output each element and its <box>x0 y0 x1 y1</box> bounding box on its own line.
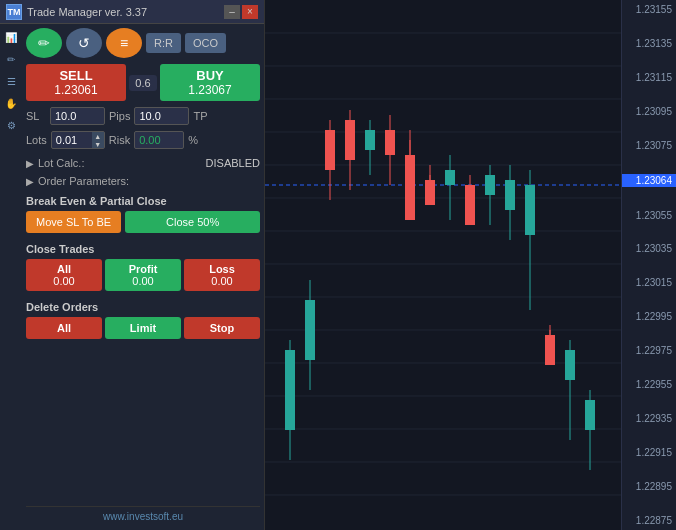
sell-button[interactable]: SELL 1.23061 <box>26 64 126 101</box>
toolbar: ✏ ↺ ≡ R:R OCO <box>26 28 260 58</box>
sltp-row: SL Pips TP <box>26 107 260 125</box>
sidebar-icons: 📊 ✏ ☰ ✋ ⚙ <box>0 24 22 138</box>
price-1.22915: 1.22915 <box>622 447 676 458</box>
price-1.22895: 1.22895 <box>622 481 676 492</box>
tp-input[interactable] <box>134 107 189 125</box>
svg-rect-39 <box>425 180 435 205</box>
sell-label: SELL <box>32 68 120 83</box>
close-50-button[interactable]: Close 50% <box>125 211 260 233</box>
tp-label: TP <box>193 110 213 122</box>
buy-price: 1.23067 <box>166 83 254 97</box>
close-all-value: 0.00 <box>53 275 74 287</box>
close-loss-button[interactable]: Loss 0.00 <box>184 259 260 291</box>
lots-input-wrap: ▲ ▼ <box>51 131 105 149</box>
refresh-button[interactable]: ↺ <box>66 28 102 58</box>
price-1.22935: 1.22935 <box>622 413 676 424</box>
svg-rect-45 <box>465 185 475 225</box>
sl-input[interactable] <box>50 107 105 125</box>
oco-button[interactable]: OCO <box>185 33 226 53</box>
price-1.22975: 1.22975 <box>622 345 676 356</box>
close-all-button[interactable]: All 0.00 <box>26 259 102 291</box>
svg-rect-57 <box>545 335 555 365</box>
sidebar-icon-chart[interactable]: 📊 <box>2 28 20 46</box>
svg-rect-51 <box>505 180 515 210</box>
svg-rect-42 <box>445 170 455 185</box>
lots-input[interactable] <box>52 132 92 148</box>
close-loss-value: 0.00 <box>211 275 232 287</box>
price-1.23135: 1.23135 <box>622 38 676 49</box>
lot-calc-arrow: ▶ <box>26 158 34 169</box>
pencil-button[interactable]: ✏ <box>26 28 62 58</box>
order-params-arrow: ▶ <box>26 176 34 187</box>
buy-label: BUY <box>166 68 254 83</box>
panel-footer: www.investsoft.eu <box>26 506 260 526</box>
lots-label: Lots <box>26 134 47 146</box>
sidebar-icon-menu[interactable]: ☰ <box>2 72 20 90</box>
sell-price: 1.23061 <box>32 83 120 97</box>
sidebar-icon-settings[interactable]: ⚙ <box>2 116 20 134</box>
close-profit-button[interactable]: Profit 0.00 <box>105 259 181 291</box>
price-1.23095: 1.23095 <box>622 106 676 117</box>
close-button[interactable]: × <box>242 5 258 19</box>
pct-label: % <box>188 134 198 146</box>
svg-rect-63 <box>585 400 595 430</box>
svg-rect-30 <box>365 130 375 150</box>
lots-row: Lots ▲ ▼ Risk % <box>26 131 260 149</box>
svg-rect-60 <box>565 350 575 380</box>
close-profit-label: Profit <box>129 263 158 275</box>
svg-rect-0 <box>265 0 676 530</box>
lots-down-button[interactable]: ▼ <box>92 140 104 148</box>
close-trades-row: All 0.00 Profit 0.00 Loss 0.00 <box>26 259 260 291</box>
price-1.22995: 1.22995 <box>622 311 676 322</box>
price-1.22955: 1.22955 <box>622 379 676 390</box>
svg-rect-54 <box>525 185 535 235</box>
lot-calc-label: Lot Calc.: <box>38 157 84 169</box>
chart-svg <box>265 0 676 530</box>
svg-rect-18 <box>285 350 295 430</box>
sl-label: SL <box>26 110 46 122</box>
pips-label: Pips <box>109 110 130 122</box>
order-params-row[interactable]: ▶ Order Parameters: <box>26 173 260 189</box>
close-all-label: All <box>57 263 71 275</box>
title-bar-text: Trade Manager ver. 3.37 <box>27 6 222 18</box>
footer-url: www.investsoft.eu <box>103 511 183 522</box>
break-even-header: Break Even & Partial Close <box>26 195 260 207</box>
lots-up-button[interactable]: ▲ <box>92 132 104 140</box>
sidebar-icon-edit[interactable]: ✏ <box>2 50 20 68</box>
close-trades-header: Close Trades <box>26 243 260 255</box>
price-highlight: 1.23064 <box>622 174 676 187</box>
main-content: ✏ ↺ ≡ R:R OCO SELL 1.23061 0.6 BUY 1.230… <box>22 24 264 530</box>
move-sl-button[interactable]: Move SL To BE <box>26 211 121 233</box>
order-params-label: Order Parameters: <box>38 175 129 187</box>
delete-orders-row: All Limit Stop <box>26 317 260 339</box>
chart-button[interactable]: ≡ <box>106 28 142 58</box>
sidebar-icon-hand[interactable]: ✋ <box>2 94 20 112</box>
delete-stop-button[interactable]: Stop <box>184 317 260 339</box>
close-profit-value: 0.00 <box>132 275 153 287</box>
price-1.23115: 1.23115 <box>622 72 676 83</box>
lot-calc-row[interactable]: ▶ Lot Calc.: DISABLED <box>26 155 260 171</box>
rr-button[interactable]: R:R <box>146 33 181 53</box>
trade-manager-panel: TM Trade Manager ver. 3.37 – × 📊 ✏ ☰ ✋ ⚙… <box>0 0 265 530</box>
price-1.22875: 1.22875 <box>622 515 676 526</box>
buy-sell-row: SELL 1.23061 0.6 BUY 1.23067 <box>26 64 260 101</box>
buy-button[interactable]: BUY 1.23067 <box>160 64 260 101</box>
delete-orders-header: Delete Orders <box>26 301 260 313</box>
price-1.23075: 1.23075 <box>622 140 676 151</box>
svg-rect-24 <box>325 130 335 170</box>
risk-input[interactable] <box>134 131 184 149</box>
lots-spinner: ▲ ▼ <box>92 132 104 148</box>
price-1.23015: 1.23015 <box>622 277 676 288</box>
lot-calc-value: DISABLED <box>206 157 260 169</box>
delete-all-button[interactable]: All <box>26 317 102 339</box>
break-even-buttons: Move SL To BE Close 50% <box>26 211 260 233</box>
risk-label: Risk <box>109 134 130 146</box>
price-scale: 1.23155 1.23135 1.23115 1.23095 1.23075 … <box>621 0 676 530</box>
svg-rect-33 <box>385 130 395 155</box>
app-icon: TM <box>6 4 22 20</box>
title-bar: TM Trade Manager ver. 3.37 – × <box>0 0 264 24</box>
price-1.23155: 1.23155 <box>622 4 676 15</box>
price-1.23055: 1.23055 <box>622 210 676 221</box>
delete-limit-button[interactable]: Limit <box>105 317 181 339</box>
minimize-button[interactable]: – <box>224 5 240 19</box>
